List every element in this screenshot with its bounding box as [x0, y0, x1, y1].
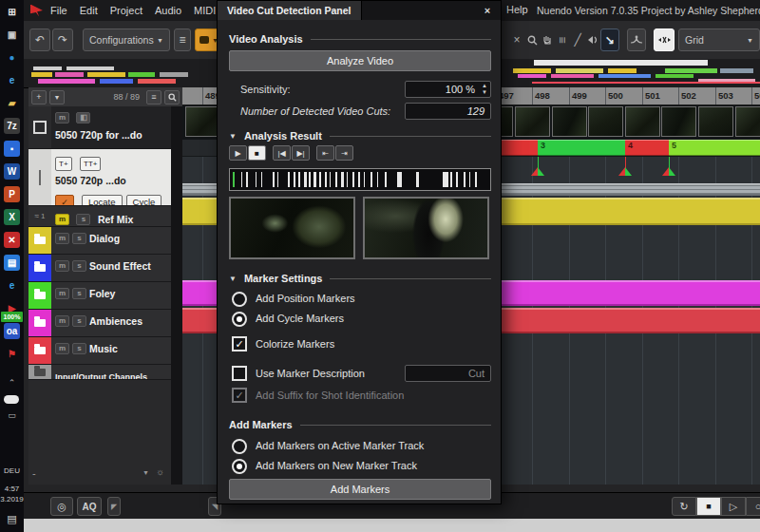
sensitivity-input[interactable]: 100 % ▲▼	[405, 81, 491, 98]
solo-button[interactable]: s	[72, 315, 86, 327]
track-row-ambiences[interactable]: msAmbiences●◀▬	[28, 310, 171, 337]
mute-button[interactable]: m	[55, 112, 69, 124]
next-cut-button[interactable]: ▶|	[292, 145, 310, 161]
mute-button[interactable]: m	[55, 288, 69, 299]
tray-language[interactable]: DEU	[0, 466, 24, 476]
track-scrollbar[interactable]	[171, 106, 182, 484]
collapse-triangle-icon[interactable]: ▼	[229, 132, 237, 141]
snap-button[interactable]	[654, 28, 674, 51]
edge-icon[interactable]: e	[0, 274, 24, 296]
7zip-icon[interactable]: 7z	[0, 114, 24, 137]
nuendo-icon[interactable]: ⚑	[0, 342, 24, 365]
solo-button[interactable]: s	[76, 214, 90, 225]
gear-icon[interactable]: ☼	[156, 466, 164, 477]
notification-center-icon[interactable]: ▤	[0, 514, 24, 524]
spinner-arrows[interactable]: ▲▼	[482, 83, 487, 96]
record-button[interactable]: ○	[746, 497, 760, 516]
track-row-io-channels[interactable]: Input/Output Channels	[28, 365, 171, 380]
eraser-icon[interactable]: ×	[509, 28, 524, 51]
cycle-marker-segment[interactable]: 3	[538, 140, 625, 156]
solo-button[interactable]: s	[72, 343, 86, 354]
excel-icon[interactable]: X	[0, 205, 24, 228]
monitor-button[interactable]: ◀	[88, 309, 104, 310]
add-markers-button[interactable]: Add Markers	[229, 479, 491, 500]
metronome-button[interactable]: ◎	[50, 497, 73, 516]
play-tool-icon[interactable]	[585, 28, 600, 51]
mute-button[interactable]: m	[55, 233, 69, 244]
track-search-button[interactable]	[164, 90, 180, 104]
activate-track-check-button[interactable]: ✓	[55, 195, 74, 205]
snap-type-dropdown[interactable]: Grid▼	[678, 28, 760, 51]
windows-logo-icon[interactable]: ⊞	[0, 0, 24, 23]
track-row-video[interactable]: m ◧ 5050 720p for ...do ▭	[28, 106, 171, 149]
network-globe-icon[interactable]: ●	[0, 46, 24, 68]
dialog-titlebar[interactable]: Video Cut Detection Panel ×	[218, 1, 501, 20]
menu-item-project[interactable]: Project	[110, 5, 142, 16]
radio-add-on-active-track[interactable]	[232, 439, 247, 454]
checkbox-colorize-markers[interactable]: ✓	[232, 336, 247, 352]
radio-add-on-new-track[interactable]	[232, 459, 247, 474]
mute-button[interactable]: m	[55, 214, 69, 225]
cut-positions-strip[interactable]	[229, 168, 491, 191]
onedrive-cloud-icon[interactable]	[4, 395, 19, 404]
menu-item-file[interactable]: File	[50, 5, 67, 16]
mute-button[interactable]: m	[55, 260, 69, 272]
add-track-button[interactable]: +	[31, 90, 47, 104]
powerpoint-icon[interactable]: P	[0, 182, 24, 205]
monitor-button[interactable]: ◀	[88, 364, 104, 365]
track-row-sound-effect[interactable]: msSound Effect●◀▬	[28, 255, 171, 282]
solo-button[interactable]: s	[72, 288, 86, 299]
first-cut-button[interactable]: ⇤	[316, 145, 334, 161]
redo-button[interactable]: ↷	[52, 28, 73, 51]
marker-description-input[interactable]: Cut	[405, 365, 491, 382]
zoom-tool-icon[interactable]	[524, 28, 540, 51]
monitor-button[interactable]: ◀	[88, 254, 104, 255]
line-tool-icon[interactable]: ╱	[570, 28, 585, 51]
track-row-marker-selected[interactable]: T+ TT+ 5050 720p ...do ✓ Locate Cycle	[28, 149, 171, 206]
configurations-dropdown[interactable]: Configurations▼	[83, 28, 170, 51]
track-row-refmix[interactable]: ≈ 1 m s Ref Mix	[28, 206, 171, 227]
mute-button[interactable]: m	[55, 315, 69, 327]
section-analysis-result[interactable]: ▼ Analysis Result	[229, 130, 491, 142]
file-explorer-icon[interactable]: ▰	[0, 91, 24, 114]
tray-clock-time[interactable]: 4:57	[0, 484, 24, 494]
audition-aq-button[interactable]: AQ	[77, 497, 102, 516]
track-presets-dropdown[interactable]: ▼	[49, 90, 65, 104]
menu-item-help[interactable]: Help	[506, 4, 528, 15]
cycle-button[interactable]: Cycle	[126, 195, 162, 205]
menu-item-audio[interactable]: Audio	[155, 5, 181, 16]
stop-button[interactable]: ■	[696, 497, 721, 516]
previous-cut-button[interactable]: |◀	[273, 145, 291, 161]
add-cycle-marker-button-small[interactable]: TT+	[80, 157, 101, 171]
analyze-video-button[interactable]: Analyze Video	[229, 50, 491, 71]
collapse-triangle-icon[interactable]: ▼	[229, 275, 237, 283]
setup-list-button[interactable]: ≡	[174, 28, 191, 51]
menu-item-edit[interactable]: Edit	[80, 5, 98, 16]
checkbox-use-marker-description[interactable]	[232, 366, 247, 381]
left-locator-icon[interactable]: ◤	[107, 497, 121, 516]
task-view-icon[interactable]: ▣	[0, 23, 24, 46]
chevron-up-icon[interactable]: ⌃	[0, 378, 24, 388]
media-app-icon[interactable]: ▪	[0, 137, 24, 160]
locate-button[interactable]: Locate	[82, 195, 123, 205]
word-icon[interactable]: W	[0, 160, 24, 182]
monitor-button[interactable]: ◀	[88, 281, 104, 282]
cycle-marker-segment[interactable]: 4	[625, 140, 669, 156]
preview-stop-button[interactable]: ■	[248, 145, 266, 161]
track-row-dialog[interactable]: msDialog●◀▬	[28, 227, 171, 255]
play-button[interactable]: ▷	[721, 497, 746, 516]
app-blue-icon[interactable]: oa	[0, 319, 24, 342]
selection-tool-button[interactable]: ↘	[600, 28, 619, 51]
app-red-icon[interactable]: ✕	[0, 228, 24, 251]
internet-explorer-icon[interactable]: e	[0, 68, 24, 91]
display-icon[interactable]: ▭	[0, 410, 24, 420]
solo-button[interactable]: s	[72, 233, 86, 244]
monitor-button[interactable]: ◀	[88, 336, 104, 337]
photos-icon[interactable]: ▤	[0, 251, 24, 274]
cycle-marker-segment[interactable]: 5	[669, 140, 760, 156]
crossfade-button[interactable]	[627, 28, 646, 51]
solo-button[interactable]: s	[72, 260, 86, 272]
radio-add-position-markers[interactable]	[232, 292, 247, 307]
preview-play-button[interactable]: ▶	[229, 145, 247, 161]
track-row-foley[interactable]: msFoley●◀▬	[28, 282, 171, 310]
